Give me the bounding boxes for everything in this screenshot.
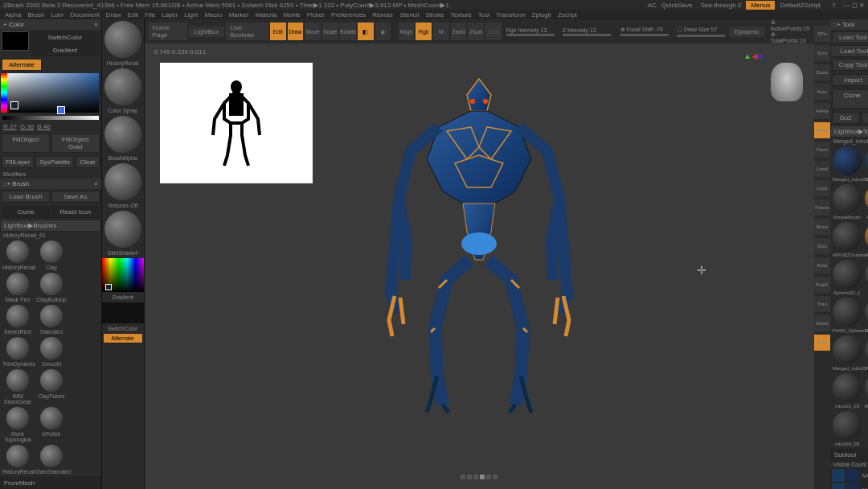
brush-selectrect[interactable]: SelectRect <box>2 305 34 335</box>
menu-macro[interactable]: Macro <box>205 11 223 18</box>
filllayer-btn[interactable]: FillLayer <box>2 156 34 168</box>
mini-color-picker[interactable] <box>102 258 144 292</box>
menu-zscript[interactable]: Zscript <box>558 11 577 18</box>
menu-tool[interactable]: Tool <box>478 11 490 18</box>
import-btn[interactable]: Import <box>832 74 868 86</box>
menu-picker[interactable]: Picker <box>307 11 325 18</box>
fillobject-btn[interactable]: FillObject <box>2 134 50 153</box>
menu-document[interactable]: Document <box>70 11 99 18</box>
stroke-color-spray[interactable]: Color Spray <box>102 67 144 114</box>
rgbintensity-slider[interactable]: Rgb Intensity 13 <box>506 27 555 36</box>
viewtool-spix-3[interactable]: SPix <box>814 26 830 42</box>
tool-thumb-11[interactable]: PolyMesh3D <box>864 335 868 372</box>
current-color-box[interactable] <box>10 101 18 109</box>
subtool-1[interactable]: Merged_robo03_19👁 <box>830 483 868 489</box>
bw-slider[interactable] <box>2 116 99 120</box>
copytool-btn[interactable]: Copy Tool <box>832 59 868 71</box>
brush-claytubes[interactable]: ClayTubes <box>35 369 68 405</box>
viewtool-polyf[interactable]: PolyF <box>814 277 830 293</box>
viewtool-zoom[interactable]: Zoom <box>814 64 830 80</box>
brush-damstandard[interactable]: DamStandard <box>35 445 68 475</box>
reference-thumbnail[interactable] <box>160 63 313 183</box>
liveboolean-btn[interactable]: Live Boolean <box>226 23 268 40</box>
canvas-viewport[interactable]: 0.745 0.336 0.011 ▲◀■ <box>148 47 811 486</box>
tool-thumb-1[interactable]: SphereBrush <box>864 146 868 183</box>
alternate-btn[interactable]: Alternate <box>2 59 42 71</box>
tool-thumb-14[interactable]: robot03_08 <box>832 411 862 447</box>
tool-thumb-13[interactable]: Merged_robo03 <box>864 373 868 409</box>
viewtool-ghost[interactable]: Ghost <box>814 315 830 331</box>
menu-alpha[interactable]: Alpha <box>5 11 21 18</box>
savebrushas-btn[interactable]: Save As <box>51 191 100 203</box>
clonebrush-btn[interactable]: Clone <box>2 206 50 218</box>
brush-smooth[interactable]: Smooth <box>35 337 68 368</box>
brush-clay[interactable]: Clay <box>35 240 68 271</box>
brush-trimdynamic[interactable]: TrimDynamic <box>2 337 34 368</box>
menu-stroke[interactable]: Stroke <box>425 11 444 18</box>
viewtool-move[interactable]: Move <box>814 219 830 235</box>
draw-btn[interactable]: Draw <box>288 23 304 40</box>
menu-edit[interactable]: Edit <box>128 11 139 18</box>
stroke-textures-off[interactable]: Textures Off <box>102 162 144 209</box>
tool-thumb-10[interactable]: Merged_robo03 <box>832 335 862 372</box>
quicksave-btn[interactable]: QuickSave <box>658 2 696 9</box>
viewtool-actual[interactable]: Actu <box>814 84 830 100</box>
brush-imm-seamgear[interactable]: IMM SeamGear <box>2 369 34 405</box>
zintensity-slider[interactable]: Z Intensity 13 <box>563 27 611 36</box>
menu-zplugir[interactable]: Zplugir <box>532 11 551 18</box>
mrgb-btn[interactable]: Mrgb <box>399 23 415 40</box>
gizmo-icon[interactable]: ◧ <box>358 23 374 40</box>
viewtool-solo[interactable]: Solo <box>814 335 830 351</box>
menu-stencil[interactable]: Stencil <box>399 11 419 18</box>
zsub-btn[interactable]: Zsub <box>468 23 484 40</box>
g-value[interactable]: G 36 <box>20 123 34 130</box>
tool-panel-header[interactable]: ::+ Tool× <box>830 19 868 30</box>
menu-transform[interactable]: Transform <box>496 11 525 18</box>
r-value[interactable]: R 27 <box>3 123 17 130</box>
viewtool-aahalf[interactable]: AAHa <box>814 103 830 119</box>
viewtool-local[interactable]: Local <box>814 161 830 177</box>
b-value[interactable]: B 46 <box>37 123 50 130</box>
tool-thumb-2[interactable]: SimpleBrush <box>832 184 862 220</box>
scale-btn[interactable]: Scale <box>322 23 338 40</box>
tool-thumb-12[interactable]: robot02_03 <box>832 373 862 409</box>
viewtool-rotate[interactable]: Rota <box>814 257 830 273</box>
frommesh-btn[interactable]: FromMesh <box>0 477 101 489</box>
viewtool-frame[interactable]: Frame <box>814 199 830 216</box>
zadd-btn[interactable]: Zadd <box>451 23 467 40</box>
brush-more-topologica[interactable]: More Topologica <box>2 407 34 443</box>
subtool-header[interactable]: Subtool <box>830 449 868 461</box>
menu-movie[interactable]: Movie <box>283 11 300 18</box>
viewtool-floor[interactable]: Floor <box>814 142 830 158</box>
lightbox-btn[interactable]: LightBox <box>189 27 223 37</box>
brush-panel-header[interactable]: ::+ Brush× <box>0 179 101 189</box>
tool-thumb-3[interactable]: AlphaBrush <box>864 184 868 220</box>
tool-thumb-7[interactable]: Sphere3D <box>864 260 868 296</box>
stroke-skinshade4[interactable]: SkinShade4 <box>102 209 144 257</box>
viewtool-localsym[interactable]: Loca <box>814 180 830 196</box>
menu-render[interactable]: Render <box>372 11 393 18</box>
color-picker[interactable] <box>2 73 99 113</box>
brush-historyrecall[interactable]: HistoryRecall <box>2 445 34 475</box>
brush-historyrecall[interactable]: HistoryRecall <box>2 240 34 271</box>
clonetool-btn[interactable]: Clone <box>832 89 868 109</box>
menu-preferences[interactable]: Preferences <box>331 11 366 18</box>
color-swatch[interactable] <box>2 31 29 51</box>
subtool-0[interactable]: Merged_robo03_08👁 <box>830 468 868 483</box>
switchcolor-btn[interactable]: SwitchColor <box>31 31 100 43</box>
menu-file[interactable]: File <box>145 11 155 18</box>
axis-gizmo[interactable]: ▲◀■ <box>743 51 763 60</box>
viewtool-transp[interactable]: Tran <box>814 296 830 312</box>
lightbox-strip[interactable] <box>461 475 497 479</box>
seethrough-btn[interactable]: See-through 0 <box>698 2 745 9</box>
viewtool-solodoff[interactable]: Solo <box>814 238 830 254</box>
rotate-btn[interactable]: Rotate <box>340 23 357 40</box>
tool-thumb-8[interactable]: PM3D_Sphere3D <box>832 298 862 334</box>
brush-standard[interactable]: Standard <box>35 305 68 335</box>
help-icon[interactable]: ? <box>832 2 835 9</box>
clear-btn[interactable]: Clear <box>76 156 99 168</box>
viewtool-persp[interactable]: Persp <box>814 122 830 138</box>
switch-swatch[interactable] <box>102 302 144 323</box>
menu-draw[interactable]: Draw <box>106 11 121 18</box>
sculptris-icon[interactable]: ◐ <box>375 23 391 40</box>
